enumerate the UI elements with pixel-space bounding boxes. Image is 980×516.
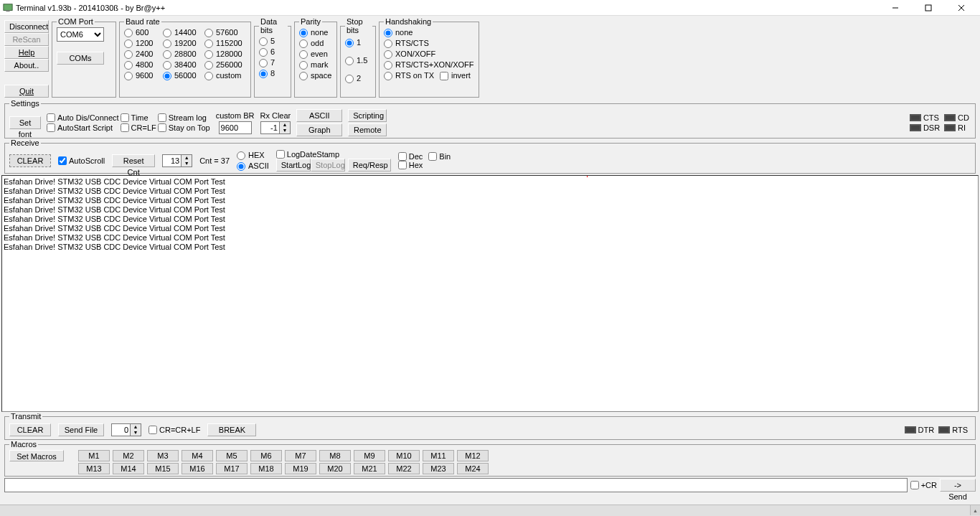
- macro-m5[interactable]: M5: [216, 450, 248, 461]
- reqresp-button[interactable]: Req/Resp: [348, 159, 391, 172]
- parity-none[interactable]: none: [299, 27, 334, 38]
- comport-select[interactable]: COM6: [57, 27, 104, 42]
- send-button[interactable]: -> Send: [940, 479, 976, 492]
- time-check[interactable]: Time: [121, 113, 156, 122]
- autodis-check[interactable]: Auto Dis/Connect: [47, 113, 119, 122]
- stopbits-1[interactable]: 1: [345, 37, 372, 48]
- disconnect-button[interactable]: Disconnect: [4, 20, 49, 33]
- about-button[interactable]: About..: [4, 59, 49, 72]
- scroll-up-icon[interactable]: [970, 505, 980, 515]
- databits-6[interactable]: 6: [259, 47, 288, 57]
- macro-m17[interactable]: M17: [216, 463, 248, 474]
- baud-14400[interactable]: 14400: [163, 27, 204, 38]
- parity-space[interactable]: space: [299, 70, 334, 81]
- break-button[interactable]: BREAK: [207, 423, 256, 436]
- trans-spinner[interactable]: ▲▼: [130, 423, 141, 436]
- macro-m18[interactable]: M18: [250, 463, 282, 474]
- remote-button[interactable]: Remote: [348, 123, 387, 136]
- macro-m2[interactable]: M2: [113, 450, 144, 461]
- macro-m11[interactable]: M11: [423, 450, 454, 461]
- macro-m16[interactable]: M16: [182, 463, 213, 474]
- baud-57600[interactable]: 57600: [204, 27, 248, 38]
- handshake-4[interactable]: RTS on TX invert: [384, 70, 476, 81]
- send-input[interactable]: [4, 478, 908, 492]
- baud-56000[interactable]: 56000: [163, 70, 204, 81]
- handshake-2[interactable]: XON/XOFF: [384, 49, 476, 60]
- rxclear-spinner[interactable]: ▲▼: [279, 121, 291, 134]
- sendfile-button[interactable]: Send File: [58, 423, 104, 436]
- hex2-check[interactable]: Hex: [398, 161, 451, 169]
- macro-m21[interactable]: M21: [354, 463, 385, 474]
- baud-128000[interactable]: 128000: [204, 49, 248, 60]
- trans-clear-button[interactable]: CLEAR: [9, 423, 51, 436]
- rts-led[interactable]: RTS: [938, 426, 968, 434]
- crlf-check[interactable]: CR=LF: [121, 123, 156, 132]
- macro-m15[interactable]: M15: [147, 463, 179, 474]
- recv-spin-input[interactable]: [162, 154, 181, 167]
- graph-button[interactable]: Graph: [296, 123, 342, 136]
- stayontop-check[interactable]: Stay on Top: [158, 123, 210, 132]
- bin-check[interactable]: Bin: [428, 152, 451, 161]
- resetcnt-button[interactable]: Reset Cnt: [112, 154, 155, 167]
- baud-115200[interactable]: 115200: [204, 38, 248, 49]
- stopbits-2[interactable]: 2: [345, 73, 372, 84]
- baud-1200[interactable]: 1200: [124, 38, 163, 49]
- parity-mark[interactable]: mark: [299, 60, 334, 70]
- macro-m4[interactable]: M4: [182, 450, 213, 461]
- handshake-0[interactable]: none: [384, 27, 476, 38]
- baud-2400[interactable]: 2400: [124, 49, 163, 60]
- baud-28800[interactable]: 28800: [163, 49, 204, 60]
- handshake-1[interactable]: RTS/CTS: [384, 38, 476, 49]
- macro-m7[interactable]: M7: [285, 450, 316, 461]
- baud-256000[interactable]: 256000: [204, 60, 248, 70]
- macro-m10[interactable]: M10: [388, 450, 420, 461]
- custombr-input[interactable]: [219, 121, 252, 134]
- help-button[interactable]: Help: [4, 46, 49, 59]
- databits-7[interactable]: 7: [259, 57, 288, 68]
- baud-19200[interactable]: 19200: [163, 38, 204, 49]
- autoscroll-check[interactable]: AutoScroll: [58, 156, 105, 165]
- quit-button[interactable]: Quit: [4, 85, 49, 98]
- macro-m19[interactable]: M19: [285, 463, 316, 474]
- asciitable-button[interactable]: ASCII table: [296, 109, 342, 122]
- maximize-button[interactable]: [918, 1, 938, 15]
- pluscr-check[interactable]: +CR: [910, 481, 937, 489]
- stopbits-1.5[interactable]: 1.5: [345, 55, 372, 66]
- macro-m22[interactable]: M22: [388, 463, 420, 474]
- handshake-3[interactable]: RTS/CTS+XON/XOFF: [384, 60, 476, 70]
- ascii-radio[interactable]: ASCII: [237, 161, 269, 172]
- minimize-button[interactable]: [885, 1, 905, 15]
- receive-textarea[interactable]: Esfahan Drive! STM32 USB CDC Device Virt…: [1, 175, 979, 412]
- startlog-button[interactable]: StartLog: [276, 159, 311, 172]
- logdatestamp-check[interactable]: LogDateStamp: [276, 150, 391, 159]
- macro-m6[interactable]: M6: [250, 450, 282, 461]
- setmacros-button[interactable]: Set Macros: [9, 450, 64, 461]
- baud-4800[interactable]: 4800: [124, 60, 163, 70]
- coms-button[interactable]: COMs: [57, 52, 104, 65]
- close-button[interactable]: [951, 1, 971, 15]
- baud-9600[interactable]: 9600: [124, 70, 163, 81]
- macro-m1[interactable]: M1: [78, 450, 110, 461]
- scripting-button[interactable]: Scripting: [348, 109, 387, 122]
- recv-clear-button[interactable]: CLEAR: [9, 154, 51, 167]
- baud-custom[interactable]: custom: [204, 70, 248, 81]
- macro-m12[interactable]: M12: [457, 450, 489, 461]
- dec-check[interactable]: Dec: [398, 152, 423, 161]
- parity-even[interactable]: even: [299, 49, 334, 60]
- hex-radio[interactable]: HEX: [237, 150, 269, 161]
- setfont-button[interactable]: Set font: [9, 116, 41, 129]
- macro-m20[interactable]: M20: [319, 463, 351, 474]
- macro-m9[interactable]: M9: [354, 450, 385, 461]
- parity-odd[interactable]: odd: [299, 38, 334, 49]
- rxclear-input[interactable]: [260, 121, 279, 134]
- macro-m14[interactable]: M14: [113, 463, 144, 474]
- databits-8[interactable]: 8: [259, 68, 288, 79]
- macro-m8[interactable]: M8: [319, 450, 351, 461]
- databits-5[interactable]: 5: [259, 36, 288, 47]
- autostart-check[interactable]: AutoStart Script: [47, 123, 119, 132]
- streamlog-check[interactable]: Stream log: [158, 113, 210, 122]
- rescan-button[interactable]: ReScan: [4, 33, 49, 46]
- baud-600[interactable]: 600: [124, 27, 163, 38]
- crcrLf-check[interactable]: CR=CR+LF: [149, 426, 200, 434]
- macro-m13[interactable]: M13: [78, 463, 110, 474]
